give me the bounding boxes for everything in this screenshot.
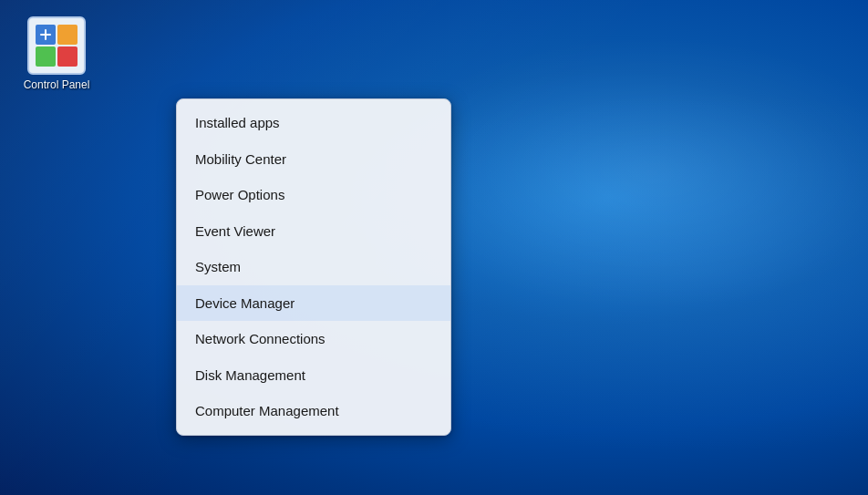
icon-cell-orange [57,25,78,45]
control-panel-label: Control Panel [20,78,93,91]
menu-item-computer-management[interactable]: Computer Management [177,393,450,429]
menu-item-device-manager[interactable]: Device Manager [177,285,450,322]
svg-rect-1 [45,29,46,40]
menu-item-disk-management[interactable]: Disk Management [177,357,450,394]
menu-item-installed-apps[interactable]: Installed apps [177,105,450,141]
icon-cell-blue [36,25,56,45]
context-menu: Installed apps Mobility Center Power Opt… [176,98,451,436]
icon-cell-red [57,46,78,67]
menu-item-mobility-center[interactable]: Mobility Center [177,141,450,178]
menu-item-power-options[interactable]: Power Options [177,177,450,213]
menu-item-network-connections[interactable]: Network Connections [177,321,450,357]
menu-item-system[interactable]: System [177,249,450,285]
menu-item-event-viewer[interactable]: Event Viewer [177,213,450,250]
control-panel-icon-image [27,16,86,75]
icon-cell-green [36,46,56,67]
control-panel-icon[interactable]: Control Panel [20,16,93,91]
desktop: Control Panel Installed apps Mobility Ce… [0,0,868,495]
